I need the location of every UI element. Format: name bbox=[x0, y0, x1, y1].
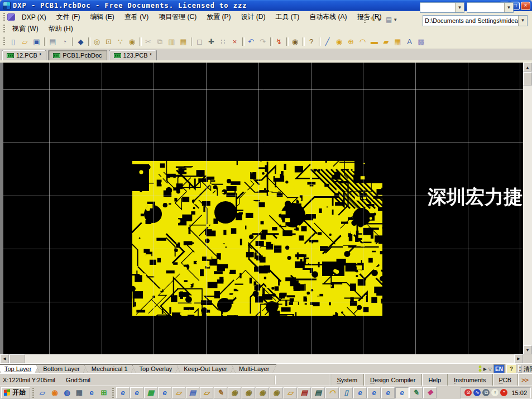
panel-button[interactable]: >> bbox=[517, 374, 532, 386]
menu-item[interactable]: 项目管理 (C) bbox=[154, 11, 202, 23]
scroll-up-icon[interactable]: ▲ bbox=[523, 63, 532, 72]
task-spreadsheet[interactable]: ▦ bbox=[144, 387, 157, 398]
funnel-icon[interactable]: ▽ bbox=[488, 367, 492, 372]
menu-item[interactable]: 视窗 (W) bbox=[7, 23, 44, 35]
zoom-points-icon[interactable]: ∵ bbox=[114, 36, 126, 48]
play-icon[interactable]: ▶ bbox=[483, 367, 487, 372]
task-folder[interactable]: ▱ bbox=[172, 387, 185, 398]
task-internet-explorer[interactable]: e bbox=[395, 387, 409, 398]
place-string-icon[interactable]: A bbox=[404, 36, 415, 48]
place-polygon-icon[interactable]: ▰ bbox=[380, 36, 392, 48]
start-button[interactable]: 开始 bbox=[1, 387, 30, 398]
menu-item[interactable]: 编辑 (E) bbox=[85, 11, 119, 23]
toolbar-grip[interactable] bbox=[3, 13, 5, 22]
scroll-right-icon[interactable]: ▶ bbox=[514, 354, 523, 363]
task-internet-explorer[interactable]: e bbox=[116, 387, 130, 398]
find-similar-icon[interactable]: ◉ bbox=[289, 36, 301, 48]
chevron-down-icon[interactable]: ▼ bbox=[455, 3, 464, 12]
close-button[interactable]: × bbox=[521, 2, 530, 10]
save-document-icon[interactable]: ▣ bbox=[31, 36, 42, 48]
annotate-tool-button[interactable]: ✎ ▼ bbox=[368, 15, 383, 25]
new-document-icon[interactable]: ▯ bbox=[7, 36, 19, 48]
show-desktop-icon[interactable]: ▱ bbox=[36, 387, 49, 398]
menu-item[interactable]: 工具 (T) bbox=[270, 11, 304, 23]
zoom-area-icon[interactable]: ⊡ bbox=[103, 36, 114, 48]
toolbar-grip[interactable] bbox=[364, 15, 366, 24]
task-search[interactable]: ◉ bbox=[242, 387, 255, 398]
taskbar-grip[interactable] bbox=[112, 388, 114, 398]
task-search[interactable]: ◉ bbox=[270, 387, 283, 398]
vertical-scroll-thumb[interactable] bbox=[523, 72, 532, 86]
wizard-icon[interactable]: ↯ bbox=[273, 36, 285, 48]
task-internet-explorer[interactable]: e bbox=[353, 387, 367, 398]
zoom-selection-icon[interactable]: ◉ bbox=[126, 36, 138, 48]
task-notebook[interactable]: ▯ bbox=[339, 387, 353, 398]
place-pad-icon[interactable]: ◉ bbox=[333, 36, 345, 48]
move-selection-icon[interactable]: ✚ bbox=[205, 36, 217, 48]
menu-item[interactable]: 设计 (D) bbox=[236, 11, 270, 23]
layer-tab[interactable]: Top Layer bbox=[0, 364, 39, 373]
layer-tab[interactable]: Keep-Out Layer bbox=[176, 364, 234, 373]
task-paint[interactable]: ✎ bbox=[409, 387, 423, 398]
place-fill-icon[interactable]: ▬ bbox=[368, 36, 380, 48]
taskbar-grip[interactable] bbox=[32, 388, 34, 398]
select-area-icon[interactable]: ◻ bbox=[194, 36, 205, 48]
deselect-all-icon[interactable]: ∷ bbox=[217, 36, 229, 48]
place-via-icon[interactable]: ⊕ bbox=[345, 36, 357, 48]
open-document-icon[interactable]: ▱ bbox=[19, 36, 31, 48]
layer-tab[interactable]: Mechanical 1 bbox=[84, 364, 135, 373]
task-document[interactable]: ▤ bbox=[186, 387, 199, 398]
paste-icon[interactable]: ▥ bbox=[166, 36, 178, 48]
menu-item[interactable]: DXP (X) bbox=[17, 12, 51, 22]
cut-icon[interactable]: ✂ bbox=[142, 36, 154, 48]
place-arc-icon[interactable]: ◠ bbox=[357, 36, 368, 48]
task-internet-explorer[interactable]: e bbox=[367, 387, 381, 398]
document-path-combobox[interactable]: D:\Documents and Settings\midea\桌面 ▼ bbox=[423, 15, 528, 26]
task-internet-explorer[interactable]: e bbox=[158, 387, 171, 398]
windows-flag-icon[interactable]: ⊞ bbox=[98, 387, 110, 398]
layer-tab[interactable]: Top Overlay bbox=[132, 364, 180, 373]
task-image-editor[interactable]: ✎ bbox=[214, 387, 227, 398]
layer-stack-icon[interactable]: ◆ bbox=[75, 36, 87, 48]
mute-tray-icon[interactable]: ⊘ bbox=[464, 389, 472, 396]
network-tray-icon[interactable]: ⧉ bbox=[482, 389, 490, 396]
horizontal-scroll-thumb[interactable] bbox=[9, 354, 25, 363]
task-folder[interactable]: ▱ bbox=[284, 387, 297, 398]
internet-explorer-icon[interactable]: e bbox=[85, 387, 98, 398]
language-bar-options-icon[interactable]: ▲▼ bbox=[518, 365, 522, 373]
panel-button[interactable]: Help bbox=[421, 374, 447, 386]
print-preview-icon[interactable]: ◔ bbox=[59, 36, 70, 48]
chevron-down-icon[interactable]: ▼ bbox=[518, 16, 527, 26]
help-icon[interactable]: ? bbox=[305, 36, 317, 48]
net-combobox[interactable]: ▼ bbox=[467, 2, 514, 13]
audio-tray-icon[interactable]: ∿ bbox=[473, 389, 481, 396]
paste-array-icon[interactable]: ▦ bbox=[178, 36, 189, 48]
task-search[interactable]: ◉ bbox=[256, 387, 269, 398]
task-internet-explorer[interactable]: e bbox=[381, 387, 395, 398]
messenger-icon[interactable]: ◍ bbox=[61, 387, 73, 398]
task-tools[interactable]: ◠ bbox=[325, 387, 339, 398]
document-tab[interactable]: 123.PCB * bbox=[109, 50, 157, 60]
calculator-icon[interactable]: ▦ bbox=[73, 387, 85, 398]
print-tool-button[interactable]: ▤ ▼ bbox=[384, 15, 399, 25]
task-folder-open[interactable]: ▱ bbox=[200, 387, 213, 398]
place-component-icon[interactable]: ▩ bbox=[415, 36, 427, 48]
scroll-left-icon[interactable]: ◀ bbox=[0, 354, 9, 363]
layer-tab[interactable]: Multi-Layer bbox=[232, 364, 276, 373]
panel-button[interactable]: Instruments bbox=[447, 374, 492, 386]
document-tab[interactable]: 12.PCB * bbox=[2, 50, 46, 60]
panel-button[interactable]: Design Compiler bbox=[363, 374, 421, 386]
component-combobox[interactable]: ▼ bbox=[420, 2, 464, 13]
task-library[interactable]: ▤ bbox=[298, 387, 311, 398]
dots-icon[interactable] bbox=[478, 365, 482, 372]
panel-button[interactable]: PCB bbox=[492, 374, 518, 386]
print-icon[interactable]: ▤ bbox=[47, 36, 59, 48]
toolbar-grip[interactable] bbox=[3, 25, 5, 34]
copy-icon[interactable]: ⧉ bbox=[154, 36, 166, 48]
task-search[interactable]: ◉ bbox=[228, 387, 241, 398]
toolbar-grip[interactable] bbox=[3, 37, 5, 46]
vertical-scrollbar[interactable]: ▲ ▼ bbox=[523, 63, 532, 354]
task-internet-explorer[interactable]: e bbox=[130, 387, 143, 398]
language-indicator-badge[interactable]: EN bbox=[493, 364, 505, 373]
place-array-icon[interactable]: ▦ bbox=[392, 36, 404, 48]
